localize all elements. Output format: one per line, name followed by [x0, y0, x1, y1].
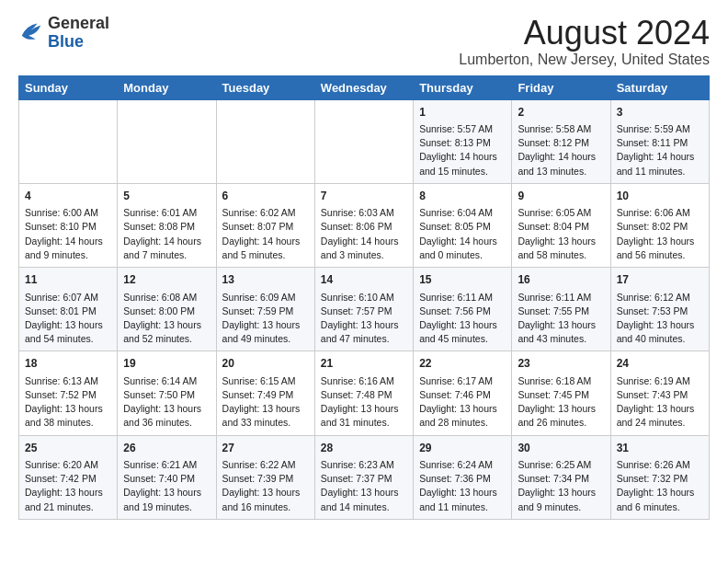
- day-info-line: Daylight: 14 hours: [25, 235, 111, 248]
- day-info-line: and 16 minutes.: [222, 500, 309, 514]
- day-info-line: and 0 minutes.: [419, 248, 506, 262]
- day-of-week-header: Friday: [512, 75, 610, 99]
- calendar-day-cell: 27Sunrise: 6:22 AMSunset: 7:39 PMDayligh…: [216, 435, 314, 519]
- day-number: 4: [25, 189, 111, 204]
- day-info-line: and 33 minutes.: [222, 416, 309, 430]
- day-number: 16: [518, 272, 604, 288]
- day-info-line: Sunrise: 5:59 AM: [617, 122, 703, 136]
- calendar-header: SundayMondayTuesdayWednesdayThursdayFrid…: [19, 75, 710, 99]
- month-title: August 2024: [459, 15, 710, 52]
- calendar-day-cell: 11Sunrise: 6:07 AMSunset: 8:01 PMDayligh…: [19, 268, 118, 351]
- day-info-line: Sunset: 7:56 PM: [419, 304, 506, 318]
- day-info-line: Sunset: 8:06 PM: [321, 220, 407, 234]
- day-info-line: Daylight: 13 hours: [25, 486, 111, 500]
- day-info-line: and 58 minutes.: [518, 248, 604, 262]
- calendar-day-cell: [216, 99, 314, 183]
- title-block: August 2024 Lumberton, New Jersey, Unite…: [459, 15, 710, 68]
- day-info-line: Sunrise: 6:16 AM: [321, 374, 407, 388]
- day-info-line: Sunset: 7:53 PM: [617, 304, 703, 318]
- calendar-day-cell: 31Sunrise: 6:26 AMSunset: 7:32 PMDayligh…: [610, 435, 709, 519]
- calendar-day-cell: 19Sunrise: 6:14 AMSunset: 7:50 PMDayligh…: [118, 351, 216, 435]
- day-info-line: Daylight: 14 hours: [419, 235, 506, 248]
- day-number: 22: [419, 356, 506, 372]
- day-info-line: and 36 minutes.: [123, 416, 210, 430]
- day-info-line: Sunrise: 6:07 AM: [25, 291, 111, 304]
- day-info-line: Daylight: 13 hours: [222, 486, 309, 500]
- day-info-line: Daylight: 14 hours: [321, 235, 407, 248]
- day-number: 3: [617, 105, 703, 121]
- day-info-line: Sunrise: 6:00 AM: [25, 206, 111, 220]
- day-info-line: Daylight: 13 hours: [25, 402, 111, 416]
- day-info-line: Daylight: 13 hours: [617, 235, 703, 248]
- day-info-line: Sunset: 8:05 PM: [419, 220, 506, 234]
- calendar-day-cell: 10Sunrise: 6:06 AMSunset: 8:02 PMDayligh…: [610, 183, 709, 267]
- day-info-line: Sunrise: 6:18 AM: [518, 374, 604, 388]
- day-info-line: and 6 minutes.: [617, 500, 703, 514]
- day-number: 24: [617, 356, 703, 372]
- day-info-line: Sunset: 7:50 PM: [123, 388, 210, 402]
- day-info-line: and 5 minutes.: [222, 248, 309, 262]
- calendar-day-cell: 16Sunrise: 6:11 AMSunset: 7:55 PMDayligh…: [512, 268, 610, 351]
- day-number: 10: [617, 189, 703, 204]
- calendar-day-cell: 29Sunrise: 6:24 AMSunset: 7:36 PMDayligh…: [414, 435, 512, 519]
- day-info-line: Daylight: 13 hours: [419, 402, 506, 416]
- day-number: 6: [222, 189, 309, 204]
- day-number: 28: [321, 441, 407, 456]
- day-info-line: Sunrise: 6:24 AM: [419, 458, 506, 472]
- day-info-line: Daylight: 13 hours: [123, 318, 210, 332]
- day-info-line: Daylight: 13 hours: [222, 318, 309, 332]
- day-info-line: Sunset: 7:39 PM: [222, 472, 309, 486]
- day-info-line: Daylight: 13 hours: [617, 486, 703, 500]
- day-number: 26: [123, 441, 210, 456]
- day-info-line: and 14 minutes.: [321, 500, 407, 514]
- day-number: 27: [222, 441, 309, 456]
- day-info-line: and 31 minutes.: [321, 416, 407, 430]
- day-number: 9: [518, 189, 604, 204]
- day-info-line: Sunrise: 5:58 AM: [518, 122, 604, 136]
- calendar-day-cell: 9Sunrise: 6:05 AMSunset: 8:04 PMDaylight…: [512, 183, 610, 267]
- day-info-line: Daylight: 14 hours: [123, 235, 210, 248]
- day-of-week-header: Thursday: [414, 75, 512, 99]
- day-info-line: and 11 minutes.: [617, 165, 703, 178]
- day-info-line: Sunrise: 6:23 AM: [321, 458, 407, 472]
- day-info-line: Daylight: 14 hours: [419, 150, 506, 164]
- calendar-day-cell: 20Sunrise: 6:15 AMSunset: 7:49 PMDayligh…: [216, 351, 314, 435]
- day-info-line: Daylight: 13 hours: [321, 486, 407, 500]
- day-number: 31: [617, 441, 703, 456]
- day-of-week-header: Tuesday: [216, 75, 314, 99]
- day-info-line: Sunset: 7:46 PM: [419, 388, 506, 402]
- day-info-line: Sunset: 7:36 PM: [419, 472, 506, 486]
- day-info-line: Sunrise: 6:11 AM: [419, 291, 506, 304]
- day-info-line: Sunrise: 6:22 AM: [222, 458, 309, 472]
- calendar-week-row: 4Sunrise: 6:00 AMSunset: 8:10 PMDaylight…: [19, 183, 710, 267]
- day-info-line: Sunset: 8:08 PM: [123, 220, 210, 234]
- calendar-week-row: 11Sunrise: 6:07 AMSunset: 8:01 PMDayligh…: [19, 268, 710, 351]
- day-info-line: and 38 minutes.: [25, 416, 111, 430]
- calendar-day-cell: 25Sunrise: 6:20 AMSunset: 7:42 PMDayligh…: [19, 435, 118, 519]
- calendar-day-cell: 14Sunrise: 6:10 AMSunset: 7:57 PMDayligh…: [314, 268, 413, 351]
- day-info-line: Daylight: 13 hours: [321, 402, 407, 416]
- day-info-line: Sunset: 8:12 PM: [518, 136, 604, 150]
- calendar-body: 1Sunrise: 5:57 AMSunset: 8:13 PMDaylight…: [19, 99, 710, 519]
- day-info-line: Daylight: 13 hours: [518, 486, 604, 500]
- day-info-line: Sunset: 7:59 PM: [222, 304, 309, 318]
- day-info-line: Sunrise: 6:04 AM: [419, 206, 506, 220]
- calendar-day-cell: 28Sunrise: 6:23 AMSunset: 7:37 PMDayligh…: [314, 435, 413, 519]
- calendar-day-cell: 23Sunrise: 6:18 AMSunset: 7:45 PMDayligh…: [512, 351, 610, 435]
- day-info-line: and 7 minutes.: [123, 248, 210, 262]
- day-info-line: Sunrise: 6:26 AM: [617, 458, 703, 472]
- day-info-line: Sunset: 8:02 PM: [617, 220, 703, 234]
- day-info-line: Sunset: 7:34 PM: [518, 472, 604, 486]
- day-number: 7: [321, 189, 407, 204]
- day-info-line: Daylight: 13 hours: [419, 486, 506, 500]
- day-info-line: Sunrise: 6:17 AM: [419, 374, 506, 388]
- day-info-line: Sunrise: 6:02 AM: [222, 206, 309, 220]
- day-of-week-header: Monday: [118, 75, 216, 99]
- day-number: 25: [25, 441, 111, 456]
- calendar-day-cell: 21Sunrise: 6:16 AMSunset: 7:48 PMDayligh…: [314, 351, 413, 435]
- calendar-day-cell: [19, 99, 118, 183]
- page-header: General Blue August 2024 Lumberton, New …: [18, 15, 710, 68]
- calendar-day-cell: 26Sunrise: 6:21 AMSunset: 7:40 PMDayligh…: [118, 435, 216, 519]
- day-info-line: Daylight: 13 hours: [617, 402, 703, 416]
- day-info-line: Sunrise: 6:10 AM: [321, 291, 407, 304]
